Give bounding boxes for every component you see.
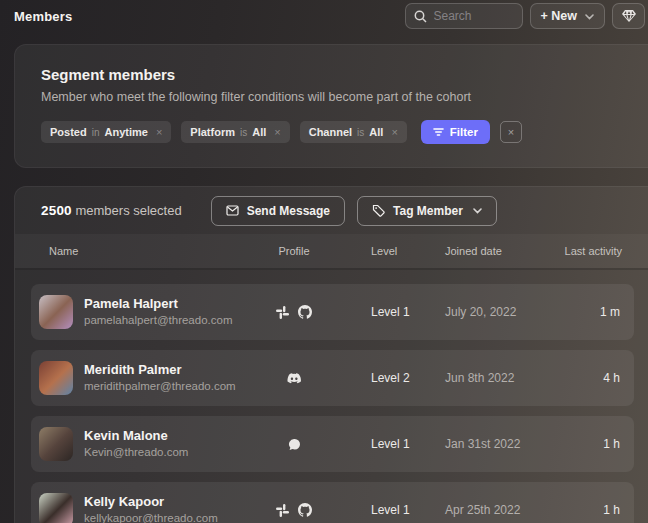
- clear-filters-button[interactable]: ×: [500, 121, 522, 143]
- member-name: Pamela Halpert: [84, 296, 232, 312]
- member-last-activity: 1 h: [559, 503, 622, 517]
- chip-value: All: [252, 126, 266, 138]
- member-row[interactable]: Pamela Halpert pamelahalpert@threado.com…: [31, 284, 634, 340]
- profile-icons: [239, 503, 349, 517]
- profile-icons: [239, 438, 349, 451]
- profile-icons: [239, 305, 349, 319]
- members-table-card: 2500 members selected Send Message Tag M…: [14, 186, 648, 523]
- chip-remove-icon[interactable]: ×: [156, 126, 162, 138]
- selected-count-text: 2500 members selected: [41, 203, 182, 218]
- member-email: kellykapoor@threado.com: [84, 511, 218, 523]
- chip-field: Platform: [190, 126, 235, 138]
- tag-member-label: Tag Member: [393, 204, 463, 218]
- segment-subtitle: Member who meet the following filter con…: [41, 90, 622, 104]
- filter-chip-platform[interactable]: Platform is All ×: [181, 121, 289, 143]
- member-level: Level 1: [349, 437, 439, 451]
- tag-icon: [372, 204, 385, 217]
- column-header-name: Name: [39, 245, 239, 257]
- gem-icon: [622, 10, 636, 22]
- member-last-activity: 4 h: [559, 371, 622, 385]
- chip-operator: is: [240, 127, 247, 138]
- new-button-label: + New: [541, 9, 577, 23]
- member-level: Level 1: [349, 305, 439, 319]
- filter-chips-row: Posted in Anytime × Platform is All × Ch…: [41, 120, 622, 144]
- slack-icon: [276, 306, 289, 319]
- filter-button[interactable]: Filter: [421, 120, 490, 144]
- member-name: Meridith Palmer: [84, 362, 236, 378]
- segment-members-card: Segment members Member who meet the foll…: [14, 44, 648, 168]
- table-toolbar: 2500 members selected Send Message Tag M…: [15, 187, 648, 234]
- search-box[interactable]: [405, 3, 523, 29]
- filter-chip-channel[interactable]: Channel is All ×: [300, 121, 407, 143]
- tag-member-button[interactable]: Tag Member: [357, 196, 497, 226]
- avatar: [39, 295, 73, 329]
- avatar: [39, 361, 73, 395]
- send-message-label: Send Message: [247, 204, 330, 218]
- chevron-down-icon: [585, 14, 594, 20]
- avatar: [39, 493, 73, 523]
- github-icon: [298, 305, 312, 319]
- filter-button-label: Filter: [450, 126, 478, 138]
- filter-icon: [433, 127, 444, 137]
- column-header-last-activity: Last activity: [559, 245, 622, 257]
- slack-icon: [276, 504, 289, 517]
- send-message-button[interactable]: Send Message: [211, 196, 345, 226]
- filter-chip-posted[interactable]: Posted in Anytime ×: [41, 121, 171, 143]
- selected-count-suffix: members selected: [72, 203, 182, 218]
- chip-operator: in: [92, 127, 100, 138]
- member-email: Kevin@threado.com: [84, 445, 188, 460]
- search-input[interactable]: [434, 9, 514, 23]
- chip-operator: is: [357, 127, 364, 138]
- chip-value: Anytime: [104, 126, 147, 138]
- topbar: Members + New: [0, 0, 648, 32]
- envelope-icon: [226, 205, 239, 216]
- github-icon: [298, 503, 312, 517]
- search-icon: [414, 10, 427, 23]
- page-title: Members: [14, 9, 72, 24]
- member-joined-date: Jun 8th 2022: [439, 371, 559, 385]
- member-joined-date: Apr 25th 2022: [439, 503, 559, 517]
- member-rows: Pamela Halpert pamelahalpert@threado.com…: [15, 270, 648, 523]
- column-header-level: Level: [349, 245, 439, 257]
- chip-field: Channel: [309, 126, 352, 138]
- member-level: Level 2: [349, 371, 439, 385]
- member-email: pamelahalpert@threado.com: [84, 313, 232, 328]
- member-row[interactable]: Kevin Malone Kevin@threado.com Level 1 J…: [31, 416, 634, 472]
- member-email: meridithpalmer@threado.com: [84, 379, 236, 394]
- new-button[interactable]: + New: [530, 3, 605, 29]
- avatar: [39, 427, 73, 461]
- column-header-profile: Profile: [239, 245, 349, 257]
- member-level: Level 1: [349, 503, 439, 517]
- table-header-row: Name Profile Level Joined date Last acti…: [15, 234, 648, 270]
- chevron-down-icon: [473, 208, 482, 214]
- profile-icons: [239, 373, 349, 384]
- member-name: Kevin Malone: [84, 428, 188, 444]
- chip-field: Posted: [50, 126, 87, 138]
- member-row[interactable]: Kelly Kapoor kellykapoor@threado.com Lev…: [31, 482, 634, 523]
- chip-remove-icon[interactable]: ×: [274, 126, 280, 138]
- column-header-joined-date: Joined date: [439, 245, 559, 257]
- member-joined-date: Jan 31st 2022: [439, 437, 559, 451]
- selected-count: 2500: [41, 203, 72, 218]
- chip-remove-icon[interactable]: ×: [391, 126, 397, 138]
- member-last-activity: 1 h: [559, 437, 622, 451]
- chip-value: All: [369, 126, 383, 138]
- gem-button[interactable]: [612, 3, 645, 29]
- member-joined-date: July 20, 2022: [439, 305, 559, 319]
- close-icon: ×: [508, 126, 514, 138]
- member-row[interactable]: Meridith Palmer meridithpalmer@threado.c…: [31, 350, 634, 406]
- member-last-activity: 1 m: [559, 305, 622, 319]
- segment-title: Segment members: [41, 66, 622, 83]
- discord-icon: [287, 373, 301, 384]
- chat-icon: [288, 438, 301, 451]
- member-name: Kelly Kapoor: [84, 494, 218, 510]
